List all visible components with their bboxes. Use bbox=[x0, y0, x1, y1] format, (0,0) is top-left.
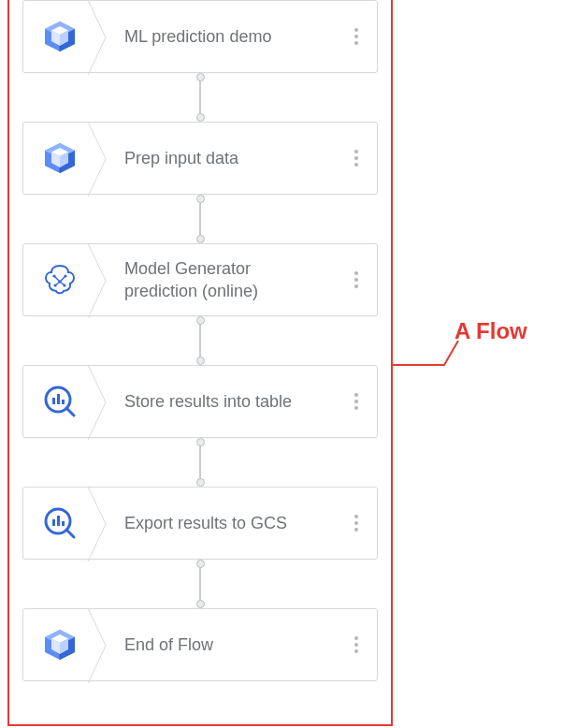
node-label: Export results to GCS bbox=[96, 512, 336, 534]
flow-node[interactable]: End of Flow bbox=[22, 608, 378, 681]
flow-node[interactable]: Model Generator prediction (online) bbox=[22, 243, 378, 316]
query-lens-icon bbox=[23, 366, 96, 437]
cube-icon bbox=[23, 123, 96, 194]
kebab-menu-icon[interactable] bbox=[336, 366, 377, 437]
cube-icon bbox=[23, 1, 96, 72]
flow-node[interactable]: ML prediction demo bbox=[22, 0, 378, 73]
node-label: Store results into table bbox=[96, 390, 336, 413]
connector bbox=[199, 73, 201, 122]
kebab-menu-icon[interactable] bbox=[336, 123, 377, 194]
flow-node[interactable]: Export results to GCS bbox=[22, 487, 378, 560]
connector bbox=[199, 438, 201, 487]
brain-chip-icon bbox=[23, 244, 96, 315]
connector bbox=[199, 316, 201, 365]
kebab-menu-icon[interactable] bbox=[336, 488, 377, 559]
flow-callout: A Flow bbox=[393, 339, 570, 395]
kebab-menu-icon[interactable] bbox=[336, 244, 377, 315]
node-label: End of Flow bbox=[96, 633, 336, 656]
kebab-menu-icon[interactable] bbox=[336, 609, 377, 680]
callout-label: A Flow bbox=[454, 318, 527, 344]
flow-node[interactable]: Prep input data bbox=[22, 122, 378, 195]
node-label: Model Generator prediction (online) bbox=[96, 257, 336, 303]
connector bbox=[199, 560, 201, 608]
node-label: Prep input data bbox=[96, 147, 336, 169]
flow-column: ML prediction demoPrep input dataModel G… bbox=[22, 0, 378, 681]
query-lens-icon bbox=[23, 488, 96, 559]
cube-icon bbox=[23, 609, 96, 680]
flow-node[interactable]: Store results into table bbox=[22, 365, 378, 438]
connector bbox=[199, 195, 201, 243]
kebab-menu-icon[interactable] bbox=[336, 1, 377, 72]
node-label: ML prediction demo bbox=[96, 25, 336, 48]
